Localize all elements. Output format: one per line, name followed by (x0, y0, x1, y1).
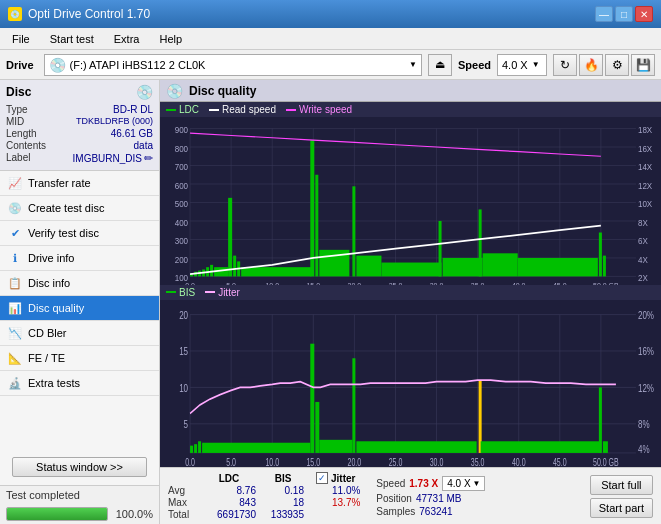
settings-button[interactable]: ⚙ (605, 54, 629, 76)
legend-write-speed: Write speed (286, 104, 352, 115)
stats-header-row: LDC BIS (168, 473, 304, 484)
disc-quality-title: Disc quality (189, 84, 256, 98)
verify-test-disc-icon: ✔ (8, 226, 22, 240)
jitter-checkbox[interactable]: ✓ (316, 472, 328, 484)
svg-rect-56 (228, 198, 232, 277)
menu-extra[interactable]: Extra (106, 31, 148, 47)
position-val: 47731 MB (416, 493, 462, 504)
speed-select[interactable]: 4.0 X ▼ (497, 54, 547, 76)
speed-select-2[interactable]: 4.0 X ▼ (442, 476, 485, 491)
sidebar-item-cd-bler[interactable]: 📉 CD Bler (0, 321, 159, 346)
write-speed-legend-color (286, 109, 296, 111)
extra-tests-icon: 🔬 (8, 376, 22, 390)
ldc-legend-label: LDC (179, 104, 199, 115)
speed-position-section: Speed 1.73 X 4.0 X ▼ Position 47731 MB S… (376, 476, 485, 517)
close-button[interactable]: ✕ (635, 6, 653, 22)
burn-button[interactable]: 🔥 (579, 54, 603, 76)
sidebar-item-transfer-rate[interactable]: 📈 Transfer rate (0, 171, 159, 196)
transfer-rate-icon: 📈 (8, 176, 22, 190)
total-bis: 133935 (262, 509, 304, 520)
svg-rect-73 (603, 256, 606, 277)
svg-text:5.0: 5.0 (226, 456, 236, 467)
disc-quality-header-icon: 💿 (166, 83, 183, 99)
drive-value: (F:) ATAPI iHBS112 2 CL0K (70, 59, 206, 71)
drive-info-icon: ℹ (8, 251, 22, 265)
svg-text:40.0: 40.0 (512, 280, 526, 284)
svg-rect-61 (310, 140, 314, 276)
svg-text:4%: 4% (638, 442, 650, 455)
position-lbl: Position (376, 493, 412, 504)
svg-text:300: 300 (175, 236, 189, 247)
svg-rect-119 (202, 442, 310, 452)
sidebar-item-disc-quality[interactable]: 📊 Disc quality (0, 296, 159, 321)
svg-rect-68 (443, 258, 483, 276)
svg-text:15.0: 15.0 (306, 280, 320, 284)
start-full-button[interactable]: Start full (590, 475, 653, 495)
status-window-button[interactable]: Status window >> (12, 457, 147, 477)
sidebar-items: 📈 Transfer rate 💿 Create test disc ✔ Ver… (0, 171, 159, 449)
write-speed-legend-label: Write speed (299, 104, 352, 115)
svg-text:700: 700 (175, 162, 189, 173)
refresh-button[interactable]: ↻ (553, 54, 577, 76)
jitter-legend-label: Jitter (218, 287, 240, 298)
samples-lbl: Samples (376, 506, 415, 517)
read-speed-legend-color (209, 109, 219, 111)
spacer-lbl (168, 473, 196, 484)
sidebar-item-drive-info[interactable]: ℹ Drive info (0, 246, 159, 271)
minimize-button[interactable]: — (595, 6, 613, 22)
ldc-header: LDC (202, 473, 256, 484)
svg-rect-66 (381, 263, 441, 277)
bis-header: BIS (262, 473, 304, 484)
max-label: Max (168, 497, 196, 508)
sidebar-item-create-test-disc[interactable]: 💿 Create test disc (0, 196, 159, 221)
svg-text:25.0: 25.0 (389, 280, 403, 284)
menu-start-test[interactable]: Start test (42, 31, 102, 47)
status-text: Test completed (6, 489, 80, 501)
sidebar-item-label-extra-tests: Extra tests (28, 377, 80, 389)
sidebar-item-verify-test-disc[interactable]: ✔ Verify test disc (0, 221, 159, 246)
svg-text:20: 20 (179, 308, 188, 321)
top-chart: 900 800 700 600 500 400 300 200 100 18X … (160, 117, 661, 285)
sidebar: Disc 💿 Type BD-R DL MID TDKBLDRFB (000) … (0, 80, 160, 524)
drive-select[interactable]: 💿 (F:) ATAPI iHBS112 2 CL0K ▼ (44, 54, 422, 76)
svg-rect-121 (356, 441, 476, 453)
menu-file[interactable]: File (4, 31, 38, 47)
bottom-chart-svg: 20 15 10 5 20% 16% 12% 8% 4% 0.0 5.0 10.… (160, 300, 661, 468)
sidebar-item-fe-te[interactable]: 📐 FE / TE (0, 346, 159, 371)
avg-bis: 0.18 (262, 485, 304, 496)
svg-text:18X: 18X (638, 125, 652, 136)
progress-fill (7, 508, 107, 520)
disc-quality-header: 💿 Disc quality (160, 80, 661, 102)
svg-text:5.0: 5.0 (226, 280, 236, 284)
progress-bar (6, 507, 108, 521)
position-row: Position 47731 MB (376, 493, 485, 504)
svg-text:12%: 12% (638, 381, 654, 394)
save-button[interactable]: 💾 (631, 54, 655, 76)
svg-rect-120 (319, 439, 352, 452)
eject-button[interactable]: ⏏ (428, 54, 452, 76)
sidebar-item-extra-tests[interactable]: 🔬 Extra tests (0, 371, 159, 396)
disc-info-icon: 📋 (8, 276, 22, 290)
svg-text:20.0: 20.0 (348, 456, 362, 467)
legend-bis: BIS (166, 287, 195, 298)
drive-label: Drive (6, 59, 34, 71)
svg-rect-113 (198, 441, 201, 453)
speed-row: Speed 1.73 X 4.0 X ▼ (376, 476, 485, 491)
svg-text:30.0: 30.0 (430, 280, 444, 284)
max-ldc: 843 (202, 497, 256, 508)
ldc-legend-color (166, 109, 176, 111)
svg-rect-69 (479, 209, 482, 276)
svg-text:800: 800 (175, 143, 189, 154)
start-part-button[interactable]: Start part (590, 498, 653, 518)
content-area: 💿 Disc quality LDC Read speed Write spee… (160, 80, 661, 524)
speed-label: Speed (458, 59, 491, 71)
avg-label: Avg (168, 485, 196, 496)
svg-text:20%: 20% (638, 308, 654, 321)
disc-row-length: Length 46.61 GB (6, 128, 153, 139)
svg-text:4X: 4X (638, 254, 648, 265)
stats-total-row: Total 6691730 133935 (168, 509, 304, 520)
menu-help[interactable]: Help (151, 31, 190, 47)
maximize-button[interactable]: □ (615, 6, 633, 22)
svg-text:600: 600 (175, 180, 189, 191)
sidebar-item-disc-info[interactable]: 📋 Disc info (0, 271, 159, 296)
